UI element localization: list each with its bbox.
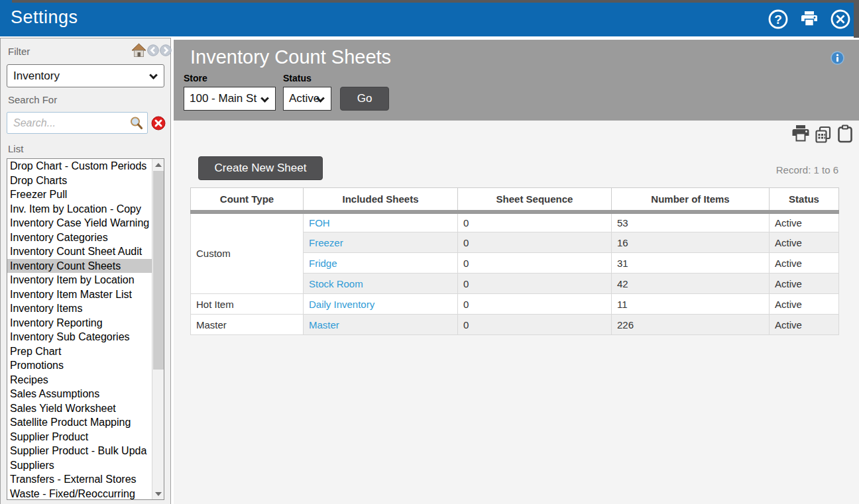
included-sheet-cell: Master — [304, 315, 458, 335]
number-of-items-cell: 53 — [612, 212, 770, 232]
sheet-sequence-cell: 0 — [458, 315, 612, 335]
chevron-down-icon — [149, 71, 158, 79]
settings-list: Drop Chart - Custom PeriodsDrop ChartsFr… — [7, 158, 164, 500]
list-label: List — [8, 143, 23, 154]
filter-category-select[interactable]: Inventory — [7, 64, 164, 87]
list-item[interactable]: Inventory Items — [7, 301, 152, 316]
list-item[interactable]: Promotions — [7, 358, 152, 373]
store-label: Store — [184, 73, 207, 83]
main-title: Inventory Count Sheets — [190, 46, 391, 68]
sheet-sequence-cell: 0 — [458, 232, 612, 253]
filter-sidebar: Filter Inventory Search For — [0, 38, 171, 504]
sheet-sequence-cell: 0 — [458, 212, 612, 232]
scrollbar-thumb[interactable] — [153, 171, 164, 370]
print-icon[interactable] — [791, 125, 811, 146]
included-sheet-cell: FOH — [304, 212, 458, 232]
table-row: MasterMaster0226Active — [191, 315, 839, 335]
search-icon[interactable] — [129, 116, 144, 130]
back-icon[interactable] — [147, 44, 159, 59]
status-cell: Active — [770, 315, 839, 335]
included-sheet-cell: Freezer — [304, 232, 458, 253]
list-item[interactable]: Inv. Item by Location - Copy — [7, 202, 152, 217]
clipboard-icon[interactable] — [836, 125, 854, 146]
list-item[interactable]: Suppliers — [7, 458, 152, 473]
status-select[interactable]: Active — [283, 87, 331, 111]
sheet-link[interactable]: Master — [309, 319, 339, 330]
list-item[interactable]: Freezer Pull — [7, 187, 152, 202]
number-of-items-cell: 226 — [612, 315, 770, 335]
list-item[interactable]: Inventory Item Master List — [7, 287, 152, 302]
included-sheet-cell: Daily Inventory — [304, 294, 458, 315]
close-icon[interactable] — [830, 9, 851, 30]
forward-icon[interactable] — [160, 44, 172, 59]
list-item[interactable]: Recipes — [7, 373, 152, 387]
number-of-items-cell: 42 — [612, 274, 770, 294]
sheet-sequence-cell: 0 — [458, 253, 612, 274]
count-sheets-table: Count TypeIncluded SheetsSheet SequenceN… — [190, 187, 839, 335]
list-item[interactable]: Waste - Fixed/Reoccurring — [7, 487, 152, 501]
list-item[interactable]: Supplier Product - Bulk Upda — [7, 444, 152, 458]
sheet-link[interactable]: FOH — [309, 217, 330, 228]
store-value: 100 - Main St — [190, 92, 257, 105]
table-row: CustomFOH053Active — [191, 212, 839, 232]
list-item[interactable]: Inventory Count Sheets — [7, 259, 152, 274]
search-input[interactable] — [7, 112, 148, 134]
svg-text:?: ? — [774, 13, 782, 26]
list-item[interactable]: Satellite Product Mapping — [7, 415, 152, 430]
filter-category-value: Inventory — [13, 70, 60, 82]
clear-search-icon[interactable] — [151, 116, 166, 130]
page-title: Settings — [11, 7, 78, 28]
record-count: Record: 1 to 6 — [776, 164, 838, 176]
window-frame-top — [12, 0, 859, 3]
number-of-items-cell: 31 — [612, 253, 770, 274]
search-for-label: Search For — [8, 94, 57, 105]
list-scrollbar[interactable] — [152, 159, 164, 499]
sheet-sequence-cell: 0 — [458, 274, 612, 294]
status-cell: Active — [770, 294, 839, 315]
list-item[interactable]: Inventory Item by Location — [7, 273, 152, 287]
create-new-sheet-button[interactable]: Create New Sheet — [198, 156, 323, 180]
number-of-items-cell: 16 — [612, 232, 770, 253]
help-icon[interactable]: ? — [768, 9, 789, 30]
status-cell: Active — [770, 232, 839, 253]
sheet-link[interactable]: Fridge — [309, 258, 337, 269]
home-icon[interactable] — [131, 43, 146, 60]
list-item[interactable]: Inventory Count Sheet Audit — [7, 244, 152, 259]
print-icon[interactable] — [799, 9, 820, 30]
scroll-up-icon[interactable] — [152, 159, 164, 170]
list-item[interactable]: Supplier Product — [7, 430, 152, 444]
column-header: Sheet Sequence — [458, 188, 612, 212]
status-cell: Active — [770, 253, 839, 274]
table-header-row: Count TypeIncluded SheetsSheet SequenceN… — [191, 188, 839, 212]
go-button[interactable]: Go — [340, 87, 389, 111]
number-of-items-cell: 11 — [612, 294, 770, 315]
sheet-sequence-cell: 0 — [458, 294, 612, 315]
list-item[interactable]: Inventory Categories — [7, 230, 152, 245]
content-area: Create New Sheet Record: 1 to 6 Count Ty… — [174, 121, 859, 504]
count-type-cell: Hot Item — [191, 294, 304, 315]
list-item[interactable]: Inventory Sub Categories — [7, 330, 152, 344]
count-type-cell: Custom — [191, 212, 304, 294]
sheet-link[interactable]: Stock Room — [309, 278, 363, 289]
store-select[interactable]: 100 - Main St — [184, 87, 276, 111]
list-item[interactable]: Prep Chart — [7, 344, 152, 359]
list-item[interactable]: Inventory Reporting — [7, 316, 152, 330]
column-header: Count Type — [191, 188, 304, 212]
sheet-link[interactable]: Freezer — [309, 237, 343, 248]
column-header: Included Sheets — [304, 188, 458, 212]
titlebar: Settings ? — [0, 0, 859, 36]
table-row: Hot ItemDaily Inventory011Active — [191, 294, 839, 315]
list-item[interactable]: Transfers - External Stores — [7, 472, 152, 487]
list-item[interactable]: Drop Charts — [7, 174, 152, 188]
list-item[interactable]: Sales Yield Worksheet — [7, 401, 152, 416]
status-cell: Active — [770, 274, 839, 294]
list-item[interactable]: Drop Chart - Custom Periods — [7, 159, 152, 174]
copy-icon[interactable] — [814, 126, 832, 147]
sheet-link[interactable]: Daily Inventory — [309, 299, 374, 310]
info-icon[interactable] — [830, 51, 844, 65]
scroll-down-icon[interactable] — [152, 488, 164, 499]
main-header: Inventory Count Sheets Store 100 - Main … — [174, 40, 859, 121]
list-item[interactable]: Inventory Case Yield Warning — [7, 216, 152, 230]
status-label: Status — [283, 73, 312, 83]
list-item[interactable]: Sales Assumptions — [7, 387, 152, 401]
